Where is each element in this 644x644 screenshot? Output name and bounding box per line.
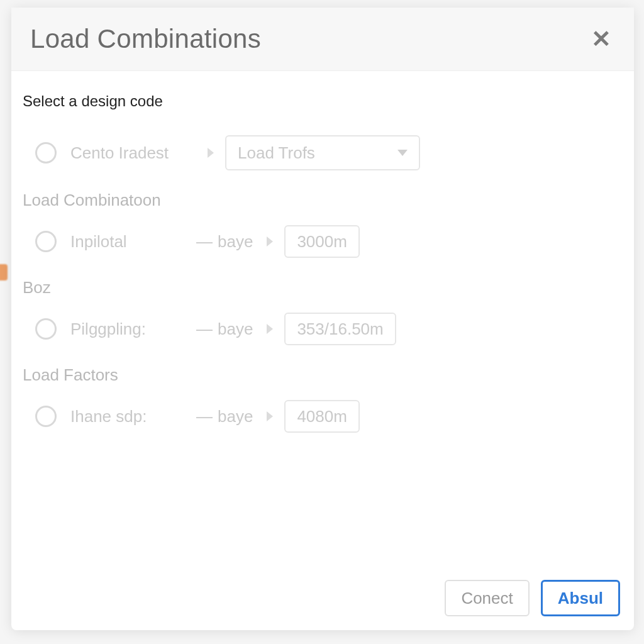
load-factors-label: Ihane sdp: <box>70 407 196 426</box>
boz-row: Pilggpling: — baye 353/16.50m <box>23 313 623 345</box>
close-icon[interactable]: ✕ <box>591 27 611 51</box>
boz-mid: baye <box>218 319 253 339</box>
modal-header: Load Combinations ✕ <box>11 8 634 71</box>
dash-icon: — <box>196 232 211 252</box>
modal-title: Load Combinations <box>30 24 261 54</box>
section-heading-load-factors: Load Factors <box>23 365 623 385</box>
background-artifact <box>0 264 8 280</box>
modal-footer: Conect Absul <box>445 580 620 616</box>
load-factors-value-input[interactable]: 4080m <box>284 400 360 433</box>
design-code-dropdown-value: Load Trofs <box>238 143 315 163</box>
chevron-right-icon <box>267 236 273 247</box>
load-combination-label: Inpilotal <box>70 232 196 252</box>
load-combination-mid: baye <box>218 232 253 252</box>
section-heading-boz: Boz <box>23 278 623 297</box>
design-code-radio[interactable] <box>35 142 57 164</box>
design-code-dropdown[interactable]: Load Trofs <box>225 135 420 170</box>
load-combination-row: Inpilotal — baye 3000m <box>23 225 623 258</box>
chevron-right-icon <box>208 148 214 158</box>
load-factors-radio[interactable] <box>35 406 57 427</box>
load-combinations-modal: Load Combinations ✕ Select a design code… <box>11 8 634 630</box>
connect-button[interactable]: Conect <box>445 580 529 616</box>
design-code-option-label: Cento Iradest <box>70 143 196 163</box>
chevron-down-icon <box>397 150 408 156</box>
section-heading-load-combination: Load Combinatoon <box>23 191 623 210</box>
boz-radio[interactable] <box>35 318 57 340</box>
chevron-right-icon <box>267 411 273 421</box>
design-code-row: Cento Iradest Load Trofs <box>23 135 623 170</box>
select-design-code-label: Select a design code <box>23 92 623 110</box>
dash-icon: — <box>196 407 211 426</box>
load-factors-mid: baye <box>218 407 253 426</box>
chevron-right-icon <box>267 324 273 334</box>
load-factors-row: Ihane sdp: — baye 4080m <box>23 400 623 433</box>
load-combination-value-input[interactable]: 3000m <box>284 225 360 258</box>
boz-label: Pilggpling: <box>70 319 196 339</box>
boz-value-input[interactable]: 353/16.50m <box>284 313 396 345</box>
load-combination-radio[interactable] <box>35 231 57 252</box>
dash-icon: — <box>196 319 211 339</box>
absul-button[interactable]: Absul <box>541 580 620 616</box>
modal-body: Select a design code Cento Iradest Load … <box>11 71 634 630</box>
